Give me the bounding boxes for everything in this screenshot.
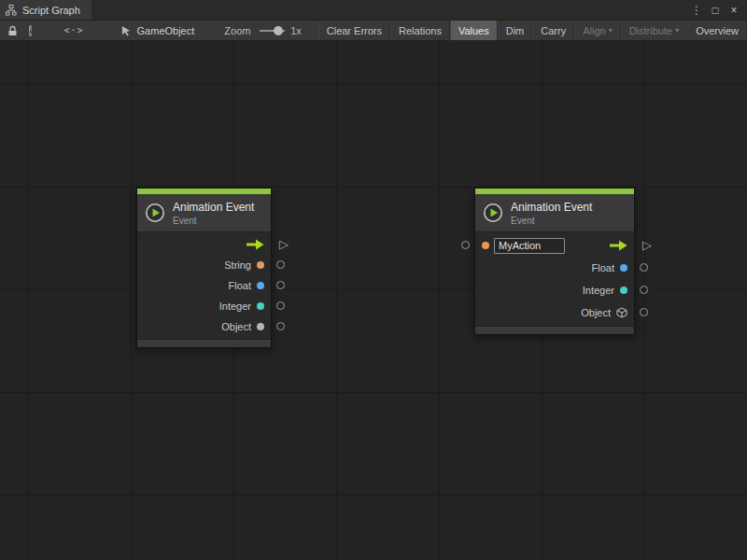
string-input-port[interactable] [461,241,470,249]
output-row-object: Object [475,301,634,324]
carry-button[interactable]: Carry [532,21,574,41]
relations-button[interactable]: Relations [390,21,450,41]
graph-target-label: GameObject [137,25,195,36]
integer-output-port[interactable] [276,301,285,310]
output-row-integer: Integer [475,279,634,301]
output-row-float: Float [137,275,271,296]
event-name-input[interactable] [494,238,565,254]
float-type-dot [620,264,627,272]
control-flow-arrow-icon [609,240,627,251]
node-title: Animation Event [173,201,254,214]
zoom-slider-handle[interactable] [274,26,283,35]
node-body: String Float Integer Object [137,231,271,339]
node-header[interactable]: Animation Event Event [475,194,634,231]
zoom-label: Zoom [224,25,250,36]
code-icon[interactable]: <·> [63,25,83,35]
lock-icon[interactable] [7,25,18,36]
close-icon[interactable]: × [726,4,741,17]
node-footer [475,326,634,334]
integer-type-dot [620,287,627,294]
control-output-row [137,234,271,255]
integer-type-dot [257,302,264,310]
graph-icon [6,5,17,16]
tab-bar: Script Graph ⋮ □ × [0,0,747,21]
dim-button[interactable]: Dim [498,21,533,41]
node-subtitle: Event [173,216,254,226]
control-flow-arrow-icon [246,239,264,250]
tab-script-graph[interactable]: Script Graph [0,0,92,20]
float-output-port[interactable] [276,281,285,289]
maximize-icon[interactable]: □ [708,4,723,17]
align-button[interactable]: Align ▾ [574,21,620,41]
window-controls: ⋮ □ × [689,0,747,20]
info-icon[interactable]: i [29,25,32,36]
zoom-value: 1x [290,25,302,36]
node-footer [137,339,271,347]
gameobject-icon [121,25,133,36]
clear-errors-button[interactable]: Clear Errors [318,21,390,41]
node-title: Animation Event [511,201,592,214]
output-row-string: String [137,255,271,275]
cube-icon [616,307,627,318]
control-output-port[interactable]: ▷ [642,238,652,253]
string-type-dot [482,242,489,249]
output-row-object: Object [137,316,271,337]
name-input-row [475,234,634,257]
string-type-dot [257,261,264,269]
chevron-down-icon: ▾ [675,26,679,35]
menu-icon[interactable]: ⋮ [689,4,704,17]
zoom-slider[interactable] [260,25,285,36]
node-animation-event-1[interactable]: Animation Event Event String Float Integ… [136,188,272,348]
node-header[interactable]: Animation Event Event [137,194,271,231]
event-play-icon [145,203,165,223]
event-play-icon [483,203,503,223]
graph-target[interactable]: GameObject [121,25,195,36]
tab-title: Script Graph [22,5,80,16]
node-body: Float Integer Object [475,231,634,326]
toolbar-buttons: Clear Errors Relations Values Dim Carry … [318,21,747,41]
float-type-dot [257,282,264,289]
values-button[interactable]: Values [450,21,498,41]
node-subtitle: Event [511,216,592,226]
toolbar: i <·> GameObject Zoom 1x Clear Errors Re… [0,21,747,41]
object-output-port[interactable] [276,322,285,330]
output-row-float: Float [475,257,634,279]
object-type-dot [257,323,264,330]
graph-canvas[interactable]: Animation Event Event String Float Integ… [0,41,747,560]
distribute-button[interactable]: Distribute ▾ [621,21,687,41]
output-row-integer: Integer [137,296,271,316]
overview-button[interactable]: Overview [687,21,747,41]
control-output-port[interactable]: ▷ [279,237,289,252]
integer-output-port[interactable] [640,286,648,294]
object-output-port[interactable] [640,308,648,316]
chevron-down-icon: ▾ [609,26,613,35]
node-animation-event-2[interactable]: Animation Event Event Float Integer [474,188,635,335]
string-output-port[interactable] [276,260,285,269]
float-output-port[interactable] [640,263,648,272]
